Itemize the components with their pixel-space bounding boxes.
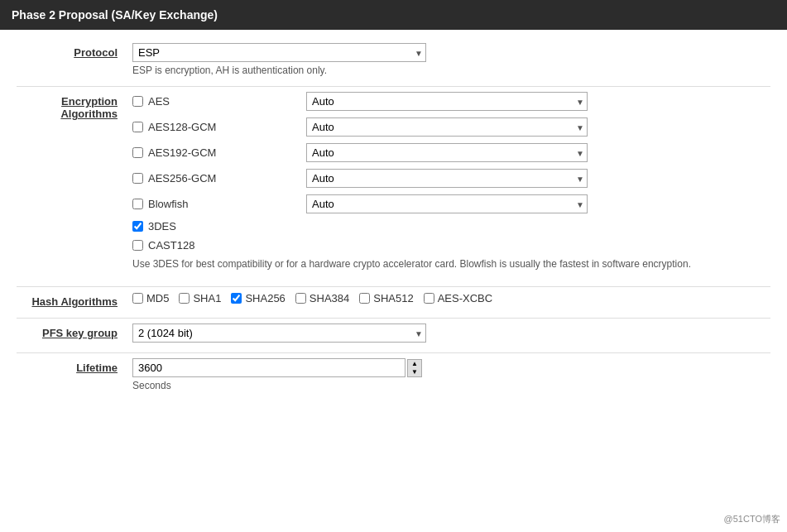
algo-checkbox-aes192gcm[interactable] <box>132 147 143 158</box>
aes128gcm-dropdown-wrapper[interactable]: Auto128192256 <box>306 117 588 137</box>
lifetime-label: Lifetime <box>17 358 132 374</box>
aes256gcm-dropdown[interactable]: Auto128192256 <box>306 169 588 188</box>
encryption-row: Encryption Algorithms AES Auto128192256 <box>17 92 770 276</box>
lifetime-unit: Seconds <box>132 380 770 391</box>
algo-row-aes: AES Auto128192256 <box>132 92 770 111</box>
protocol-row: Protocol ESP AH ESP is encryption, AH is… <box>17 43 770 76</box>
algo-checkbox-aes256gcm[interactable] <box>132 173 143 184</box>
algo-checkbox-3des[interactable] <box>132 221 143 232</box>
aes128gcm-dropdown[interactable]: Auto128192256 <box>306 117 588 137</box>
hash-label-sha256[interactable]: SHA256 <box>231 292 285 304</box>
algo-label-blowfish[interactable]: Blowfish <box>132 198 298 210</box>
lifetime-input-wrapper: ▲ ▼ <box>132 358 770 377</box>
hash-checkbox-sha384[interactable] <box>295 293 306 304</box>
algo-label-aes128gcm[interactable]: AES128-GCM <box>132 121 298 133</box>
algo-label-aes[interactable]: AES <box>132 95 298 108</box>
algo-checkbox-aes[interactable] <box>132 96 143 107</box>
lifetime-spinner[interactable]: ▲ ▼ <box>407 359 422 377</box>
hash-row: Hash Algorithms MD5 SHA1 SHA256 <box>17 292 770 308</box>
blowfish-dropdown-wrapper[interactable]: Auto128192256 <box>306 194 588 213</box>
pfs-select[interactable]: off 1 (768 bit) 2 (1024 bit) 5 (1536 bit… <box>132 324 426 343</box>
hash-label-aesxcbc[interactable]: AES-XCBC <box>424 292 492 304</box>
page-title: Phase 2 Proposal (SA/Key Exchange) <box>0 0 787 30</box>
hash-label: Hash Algorithms <box>17 292 132 308</box>
algo-row-blowfish: Blowfish Auto128192256 <box>132 194 770 213</box>
protocol-label: Protocol <box>17 43 132 59</box>
algo-label-3des[interactable]: 3DES <box>132 220 298 232</box>
aes192gcm-dropdown-wrapper[interactable]: Auto128192256 <box>306 143 588 162</box>
watermark: @51CTO博客 <box>724 513 780 525</box>
algo-checkbox-aes128gcm[interactable] <box>132 122 143 132</box>
algo-checkbox-blowfish[interactable] <box>132 199 143 209</box>
pfs-content: off 1 (768 bit) 2 (1024 bit) 5 (1536 bit… <box>132 324 770 343</box>
lifetime-input[interactable] <box>132 358 405 377</box>
algo-label-aes256gcm[interactable]: AES256-GCM <box>132 172 298 185</box>
hash-checkbox-md5[interactable] <box>132 293 143 304</box>
aes256gcm-dropdown-wrapper[interactable]: Auto128192256 <box>306 169 588 188</box>
blowfish-dropdown[interactable]: Auto128192256 <box>306 194 588 213</box>
lifetime-row: Lifetime ▲ ▼ Seconds <box>17 358 770 391</box>
algo-label-cast128[interactable]: CAST128 <box>132 239 298 252</box>
hash-checkbox-sha256[interactable] <box>231 293 242 304</box>
aes-dropdown[interactable]: Auto128192256 <box>306 92 588 111</box>
hash-label-sha512[interactable]: SHA512 <box>359 292 413 304</box>
hash-label-md5[interactable]: MD5 <box>132 292 169 304</box>
protocol-content: ESP AH ESP is encryption, AH is authenti… <box>132 43 770 76</box>
algo-row-cast128: CAST128 <box>132 239 770 252</box>
aes-dropdown-wrapper[interactable]: Auto128192256 <box>306 92 588 111</box>
hash-label-sha1[interactable]: SHA1 <box>179 292 221 304</box>
hash-label-sha384[interactable]: SHA384 <box>295 292 349 304</box>
algo-checkbox-cast128[interactable] <box>132 240 143 251</box>
protocol-select-wrapper[interactable]: ESP AH <box>132 43 426 62</box>
lifetime-up-button[interactable]: ▲ <box>408 360 421 368</box>
protocol-hint: ESP is encryption, AH is authentication … <box>132 65 770 76</box>
hash-content: MD5 SHA1 SHA256 SHA384 <box>132 292 770 304</box>
hash-checkbox-aesxcbc[interactable] <box>424 293 434 304</box>
algo-row-aes256gcm: AES256-GCM Auto128192256 <box>132 169 770 188</box>
encryption-label: Encryption Algorithms <box>17 92 132 120</box>
aes192gcm-dropdown[interactable]: Auto128192256 <box>306 143 588 162</box>
algo-row-aes192gcm: AES192-GCM Auto128192256 <box>132 143 770 162</box>
encryption-hint: Use 3DES for best compatibility or for a… <box>132 258 770 270</box>
algo-label-aes192gcm[interactable]: AES192-GCM <box>132 146 298 159</box>
lifetime-down-button[interactable]: ▼ <box>408 368 421 376</box>
pfs-row: PFS key group off 1 (768 bit) 2 (1024 bi… <box>17 324 770 343</box>
lifetime-content: ▲ ▼ Seconds <box>132 358 770 391</box>
hash-checkbox-sha1[interactable] <box>179 293 190 304</box>
protocol-select[interactable]: ESP AH <box>132 43 426 62</box>
algo-row-aes128gcm: AES128-GCM Auto128192256 <box>132 117 770 137</box>
hash-algorithms-row: MD5 SHA1 SHA256 SHA384 <box>132 292 770 304</box>
encryption-content: AES Auto128192256 AES128-GCM <box>132 92 770 270</box>
hash-checkbox-sha512[interactable] <box>359 293 370 304</box>
pfs-select-wrapper[interactable]: off 1 (768 bit) 2 (1024 bit) 5 (1536 bit… <box>132 324 426 343</box>
pfs-label: PFS key group <box>17 324 132 339</box>
algo-row-3des: 3DES <box>132 220 770 232</box>
